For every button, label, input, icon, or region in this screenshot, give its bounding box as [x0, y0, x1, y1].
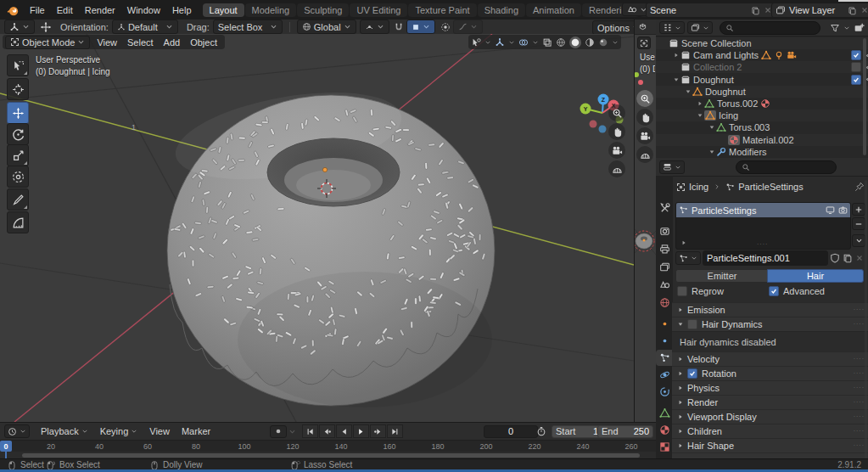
- panel-expand-icon[interactable]: [677, 306, 684, 313]
- tool-select-box[interactable]: [7, 54, 29, 76]
- secondary-viewport[interactable]: User Perspective (0) Doughnut | Icing: [634, 20, 657, 422]
- tool-move[interactable]: [7, 102, 29, 124]
- id-type-dropdown[interactable]: [675, 251, 701, 265]
- editor-type-dropdown[interactable]: [659, 21, 685, 34]
- exclude-checkbox[interactable]: [851, 75, 861, 85]
- orientation-dropdown[interactable]: Default: [112, 20, 178, 34]
- new-collection-icon[interactable]: [854, 22, 865, 33]
- panel-grip[interactable]: ····: [854, 386, 865, 390]
- workspace-tab-shading[interactable]: Shading: [478, 3, 525, 17]
- shading-solid-icon[interactable]: [569, 37, 581, 48]
- properties-search-input[interactable]: [736, 160, 837, 174]
- current-frame-field[interactable]: 0: [484, 425, 538, 438]
- panel-header-hair-shape[interactable]: Hair Shape····: [672, 438, 868, 452]
- stopwatch-icon[interactable]: [536, 426, 546, 436]
- panel-expand-icon[interactable]: [677, 356, 684, 362]
- properties-tab-render[interactable]: [656, 223, 673, 239]
- expand-arrow-icon[interactable]: [683, 88, 692, 95]
- editor-type-icon[interactable]: [638, 22, 647, 31]
- hair-toggle-button[interactable]: Hair: [767, 269, 864, 283]
- new-view-layer-icon[interactable]: [848, 6, 857, 15]
- strip-zoom-view-button[interactable]: [636, 90, 653, 107]
- tool-annotate[interactable]: [7, 188, 29, 211]
- outliner-row-torus-002[interactable]: Torus.002: [656, 98, 868, 110]
- timeline-menu-view[interactable]: View: [143, 425, 176, 437]
- particle-specials-button[interactable]: [852, 234, 865, 247]
- render-visibility-icon[interactable]: [838, 205, 848, 215]
- move-gizmo-icon[interactable]: [40, 21, 52, 33]
- panel-expand-icon[interactable]: [677, 428, 684, 435]
- panel-header-emission[interactable]: Emission····: [672, 302, 868, 317]
- pin-icon[interactable]: [854, 182, 865, 192]
- outliner-row-doughnut[interactable]: Doughnut: [656, 86, 868, 98]
- breadcrumb-object[interactable]: Icing: [689, 182, 708, 192]
- workspace-tab-sculpting[interactable]: Sculpting: [297, 3, 349, 17]
- workspace-tab-layout[interactable]: Layout: [203, 3, 244, 17]
- object-visibility-icon[interactable]: [471, 37, 481, 48]
- strip-perspective-toggle-button[interactable]: [636, 146, 653, 163]
- workspace-tab-uv-editing[interactable]: UV Editing: [350, 3, 407, 17]
- panel-header-hair-dynamics[interactable]: Hair Dynamics····: [672, 317, 868, 331]
- show-gizmos-icon[interactable]: [495, 37, 505, 48]
- outliner-row-icing[interactable]: Icing: [656, 110, 868, 121]
- panel-expand-icon[interactable]: [677, 321, 684, 328]
- properties-tab-physics[interactable]: [656, 367, 673, 383]
- list-grip[interactable]: ····: [757, 243, 847, 246]
- tool-scale[interactable]: [7, 144, 29, 166]
- properties-tab-object[interactable]: [656, 316, 673, 332]
- properties-tab-scene[interactable]: [656, 277, 673, 293]
- viewport-visibility-icon[interactable]: [826, 205, 835, 215]
- doughnut-object[interactable]: [167, 77, 495, 407]
- shading-material-icon[interactable]: [585, 37, 595, 48]
- properties-tab-particles[interactable]: [656, 350, 673, 366]
- display-mode-dropdown[interactable]: [687, 21, 713, 34]
- properties-tab-world[interactable]: [656, 295, 673, 311]
- drag-dropdown[interactable]: Select Box: [213, 20, 283, 34]
- topbar-menu-file[interactable]: File: [24, 4, 51, 16]
- topbar-menu-window[interactable]: Window: [121, 4, 166, 16]
- unlink-id-icon[interactable]: [855, 254, 864, 262]
- exclude-checkbox[interactable]: [851, 62, 861, 72]
- camera-view-button[interactable]: [608, 142, 625, 159]
- move-view-button[interactable]: [608, 123, 625, 140]
- outliner-row-doughnut[interactable]: Doughnut: [656, 74, 868, 86]
- outliner-row-scene-collection[interactable]: Scene Collection: [656, 37, 868, 49]
- panel-grip[interactable]: ····: [854, 444, 865, 447]
- expand-arrow-icon[interactable]: [695, 112, 704, 119]
- timeline-menu-playback[interactable]: Playback: [35, 425, 94, 437]
- panel-header-rotation[interactable]: Rotation····: [672, 366, 868, 380]
- properties-tab-tool[interactable]: [656, 199, 673, 216]
- panel-expand-icon[interactable]: [677, 413, 684, 420]
- transform-orientation-dropdown[interactable]: Global: [297, 20, 356, 34]
- panel-expand-icon[interactable]: [677, 370, 684, 377]
- viewport-menu-select[interactable]: Select: [122, 37, 159, 48]
- play-button[interactable]: [353, 424, 369, 438]
- end-frame-field[interactable]: End 250: [597, 425, 653, 438]
- strip-camera-view-button[interactable]: [636, 127, 653, 144]
- editor-type-dropdown[interactable]: [659, 160, 685, 174]
- shading-wireframe-icon[interactable]: [556, 37, 566, 48]
- expand-arrow-icon[interactable]: [671, 76, 680, 83]
- strip-mode-dropdown[interactable]: [637, 37, 651, 49]
- new-id-icon[interactable]: [843, 253, 853, 263]
- breadcrumb-data[interactable]: ParticleSettings: [738, 182, 803, 192]
- advanced-checkbox-row[interactable]: Advanced: [769, 286, 825, 296]
- show-overlays-icon[interactable]: [518, 37, 529, 48]
- falloff-dropdown[interactable]: [453, 20, 483, 34]
- viewport-menu-view[interactable]: View: [92, 37, 122, 48]
- mode-dropdown[interactable]: Object Mode: [5, 36, 90, 49]
- tool-rotate[interactable]: [7, 123, 29, 145]
- timeline-scrollbar[interactable]: [22, 453, 640, 458]
- remove-particle-system-button[interactable]: [852, 217, 865, 230]
- next-keyframe-button[interactable]: [370, 424, 386, 438]
- outliner-row-material-002[interactable]: Material.002: [656, 134, 868, 146]
- particle-systems-list[interactable]: ParticleSettings ····: [675, 202, 851, 250]
- play-reverse-button[interactable]: [336, 424, 352, 438]
- topbar-menu-edit[interactable]: Edit: [51, 4, 79, 16]
- timeline-menu-marker[interactable]: Marker: [176, 425, 216, 437]
- workspace-tab-animation[interactable]: Animation: [526, 3, 581, 17]
- panel-grip[interactable]: ····: [854, 372, 865, 375]
- properties-tab-constraints[interactable]: [656, 384, 673, 400]
- panel-checkbox[interactable]: [687, 368, 697, 379]
- expand-arrow-icon[interactable]: [707, 124, 716, 131]
